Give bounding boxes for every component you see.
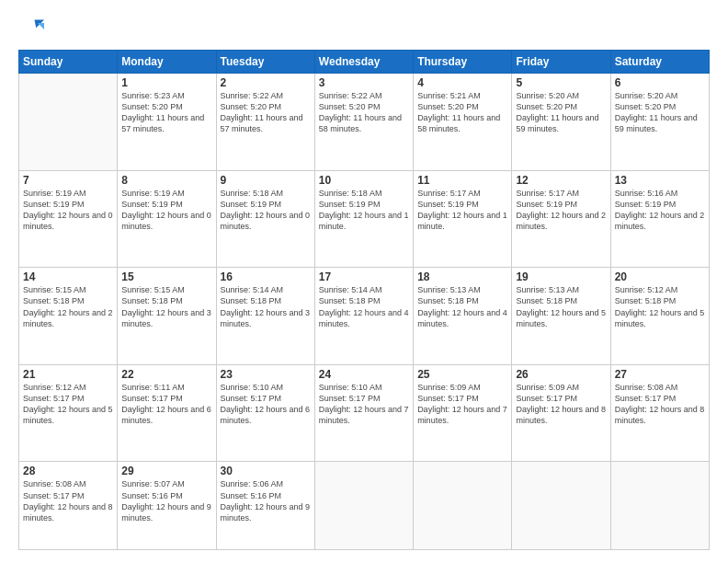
logo-icon xyxy=(18,17,44,42)
day-number: 3 xyxy=(319,76,409,89)
calendar-cell: 29Sunrise: 5:07 AM Sunset: 5:16 PM Dayli… xyxy=(118,462,216,550)
svg-marker-1 xyxy=(38,23,44,29)
day-number: 30 xyxy=(221,465,311,477)
day-info: Sunrise: 5:18 AM Sunset: 5:19 PM Dayligh… xyxy=(319,188,409,233)
day-number: 17 xyxy=(319,270,409,283)
day-info: Sunrise: 5:10 AM Sunset: 5:17 PM Dayligh… xyxy=(319,382,409,427)
calendar-cell: 2Sunrise: 5:22 AM Sunset: 5:20 PM Daylig… xyxy=(216,74,314,171)
calendar-cell xyxy=(414,462,512,550)
calendar-cell: 8Sunrise: 5:19 AM Sunset: 5:19 PM Daylig… xyxy=(118,170,216,268)
calendar-cell: 18Sunrise: 5:13 AM Sunset: 5:18 PM Dayli… xyxy=(414,268,512,365)
day-number: 29 xyxy=(121,465,211,477)
day-info: Sunrise: 5:19 AM Sunset: 5:19 PM Dayligh… xyxy=(23,188,113,233)
day-info: Sunrise: 5:23 AM Sunset: 5:20 PM Dayligh… xyxy=(121,90,211,135)
day-info: Sunrise: 5:20 AM Sunset: 5:20 PM Dayligh… xyxy=(615,90,705,135)
calendar-cell: 1Sunrise: 5:23 AM Sunset: 5:20 PM Daylig… xyxy=(118,74,216,171)
calendar-cell: 28Sunrise: 5:08 AM Sunset: 5:17 PM Dayli… xyxy=(19,462,118,550)
day-number: 7 xyxy=(23,174,113,187)
calendar-header-saturday: Saturday xyxy=(610,51,709,74)
day-info: Sunrise: 5:15 AM Sunset: 5:18 PM Dayligh… xyxy=(121,284,211,329)
calendar-cell: 11Sunrise: 5:17 AM Sunset: 5:19 PM Dayli… xyxy=(414,170,512,268)
day-number: 19 xyxy=(516,270,606,283)
day-info: Sunrise: 5:15 AM Sunset: 5:18 PM Dayligh… xyxy=(23,284,113,329)
day-info: Sunrise: 5:08 AM Sunset: 5:17 PM Dayligh… xyxy=(23,478,113,523)
day-number: 6 xyxy=(615,76,705,89)
calendar-header-wednesday: Wednesday xyxy=(314,51,413,74)
calendar-cell: 6Sunrise: 5:20 AM Sunset: 5:20 PM Daylig… xyxy=(610,74,709,171)
day-info: Sunrise: 5:11 AM Sunset: 5:17 PM Dayligh… xyxy=(121,382,211,427)
calendar-cell: 26Sunrise: 5:09 AM Sunset: 5:17 PM Dayli… xyxy=(512,364,610,462)
calendar-cell: 22Sunrise: 5:11 AM Sunset: 5:17 PM Dayli… xyxy=(118,364,216,462)
day-number: 15 xyxy=(121,270,211,283)
day-info: Sunrise: 5:07 AM Sunset: 5:16 PM Dayligh… xyxy=(121,478,211,523)
day-number: 9 xyxy=(221,174,311,187)
calendar-header-sunday: Sunday xyxy=(19,51,118,74)
calendar-cell: 25Sunrise: 5:09 AM Sunset: 5:17 PM Dayli… xyxy=(414,364,512,462)
calendar-header-row: SundayMondayTuesdayWednesdayThursdayFrid… xyxy=(19,51,710,74)
calendar-cell: 24Sunrise: 5:10 AM Sunset: 5:17 PM Dayli… xyxy=(314,364,413,462)
day-info: Sunrise: 5:10 AM Sunset: 5:17 PM Dayligh… xyxy=(221,382,311,427)
day-number: 21 xyxy=(23,368,113,381)
calendar-cell: 15Sunrise: 5:15 AM Sunset: 5:18 PM Dayli… xyxy=(118,268,216,365)
calendar-cell: 27Sunrise: 5:08 AM Sunset: 5:17 PM Dayli… xyxy=(610,364,709,462)
day-info: Sunrise: 5:22 AM Sunset: 5:20 PM Dayligh… xyxy=(221,90,311,135)
calendar-cell: 13Sunrise: 5:16 AM Sunset: 5:19 PM Dayli… xyxy=(610,170,709,268)
calendar-week-1: 1Sunrise: 5:23 AM Sunset: 5:20 PM Daylig… xyxy=(19,74,710,171)
day-number: 22 xyxy=(121,368,211,381)
calendar-cell: 9Sunrise: 5:18 AM Sunset: 5:19 PM Daylig… xyxy=(216,170,314,268)
calendar-cell: 30Sunrise: 5:06 AM Sunset: 5:16 PM Dayli… xyxy=(216,462,314,550)
calendar-cell: 3Sunrise: 5:22 AM Sunset: 5:20 PM Daylig… xyxy=(314,74,413,171)
calendar-cell xyxy=(19,74,118,171)
calendar-cell: 17Sunrise: 5:14 AM Sunset: 5:18 PM Dayli… xyxy=(314,268,413,365)
calendar-week-5: 28Sunrise: 5:08 AM Sunset: 5:17 PM Dayli… xyxy=(19,462,710,550)
day-info: Sunrise: 5:16 AM Sunset: 5:19 PM Dayligh… xyxy=(615,188,705,233)
day-number: 18 xyxy=(417,270,507,283)
calendar-cell: 14Sunrise: 5:15 AM Sunset: 5:18 PM Dayli… xyxy=(19,268,118,365)
day-number: 25 xyxy=(417,368,507,381)
day-number: 13 xyxy=(615,174,705,187)
calendar-week-2: 7Sunrise: 5:19 AM Sunset: 5:19 PM Daylig… xyxy=(19,170,710,268)
day-number: 8 xyxy=(121,174,211,187)
calendar-header-friday: Friday xyxy=(512,51,610,74)
day-number: 28 xyxy=(23,465,113,477)
day-info: Sunrise: 5:19 AM Sunset: 5:19 PM Dayligh… xyxy=(121,188,211,233)
day-info: Sunrise: 5:13 AM Sunset: 5:18 PM Dayligh… xyxy=(417,284,507,329)
day-number: 11 xyxy=(417,174,507,187)
day-info: Sunrise: 5:17 AM Sunset: 5:19 PM Dayligh… xyxy=(417,188,507,233)
page: SundayMondayTuesdayWednesdayThursdayFrid… xyxy=(0,0,728,563)
calendar-cell: 5Sunrise: 5:20 AM Sunset: 5:20 PM Daylig… xyxy=(512,74,610,171)
day-number: 5 xyxy=(516,76,606,89)
day-number: 4 xyxy=(417,76,507,89)
day-info: Sunrise: 5:17 AM Sunset: 5:19 PM Dayligh… xyxy=(516,188,606,233)
day-info: Sunrise: 5:09 AM Sunset: 5:17 PM Dayligh… xyxy=(516,382,606,427)
day-info: Sunrise: 5:14 AM Sunset: 5:18 PM Dayligh… xyxy=(319,284,409,329)
logo xyxy=(18,17,48,42)
day-info: Sunrise: 5:09 AM Sunset: 5:17 PM Dayligh… xyxy=(417,382,507,427)
day-info: Sunrise: 5:20 AM Sunset: 5:20 PM Dayligh… xyxy=(516,90,606,135)
calendar-cell xyxy=(512,462,610,550)
calendar-cell: 10Sunrise: 5:18 AM Sunset: 5:19 PM Dayli… xyxy=(314,170,413,268)
calendar-cell: 7Sunrise: 5:19 AM Sunset: 5:19 PM Daylig… xyxy=(19,170,118,268)
day-number: 16 xyxy=(221,270,311,283)
calendar-header-monday: Monday xyxy=(118,51,216,74)
calendar-table: SundayMondayTuesdayWednesdayThursdayFrid… xyxy=(18,50,710,550)
calendar-week-3: 14Sunrise: 5:15 AM Sunset: 5:18 PM Dayli… xyxy=(19,268,710,365)
day-info: Sunrise: 5:12 AM Sunset: 5:17 PM Dayligh… xyxy=(23,382,113,427)
calendar-cell: 19Sunrise: 5:13 AM Sunset: 5:18 PM Dayli… xyxy=(512,268,610,365)
day-info: Sunrise: 5:21 AM Sunset: 5:20 PM Dayligh… xyxy=(417,90,507,135)
calendar-header-tuesday: Tuesday xyxy=(216,51,314,74)
calendar-header-thursday: Thursday xyxy=(414,51,512,74)
calendar-cell: 16Sunrise: 5:14 AM Sunset: 5:18 PM Dayli… xyxy=(216,268,314,365)
day-number: 26 xyxy=(516,368,606,381)
day-number: 27 xyxy=(615,368,705,381)
day-number: 24 xyxy=(319,368,409,381)
day-number: 20 xyxy=(615,270,705,283)
calendar-cell xyxy=(314,462,413,550)
day-number: 10 xyxy=(319,174,409,187)
day-info: Sunrise: 5:08 AM Sunset: 5:17 PM Dayligh… xyxy=(615,382,705,427)
day-number: 23 xyxy=(221,368,311,381)
day-number: 12 xyxy=(516,174,606,187)
calendar-week-4: 21Sunrise: 5:12 AM Sunset: 5:17 PM Dayli… xyxy=(19,364,710,462)
day-number: 1 xyxy=(121,76,211,89)
day-number: 2 xyxy=(221,76,311,89)
